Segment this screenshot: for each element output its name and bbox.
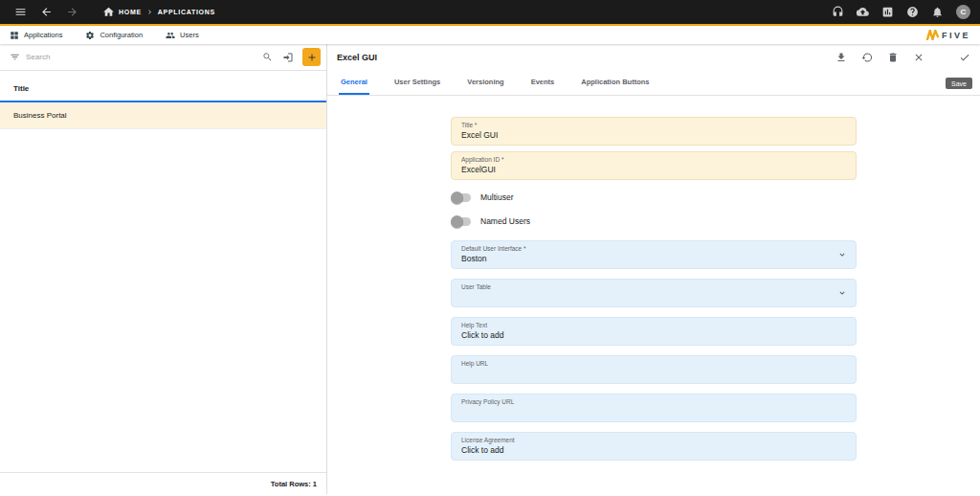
forward-arrow-icon — [66, 6, 78, 18]
multiuser-toggle[interactable] — [452, 193, 471, 202]
breadcrumb-home[interactable]: HOME — [119, 9, 142, 15]
field-value — [461, 368, 846, 379]
back-button[interactable] — [33, 0, 59, 24]
field-label: Help Text — [461, 321, 846, 329]
applications-list-panel: Title Business Portal Total Rows: 1 — [0, 44, 327, 494]
field-value: Click to add — [461, 329, 846, 341]
menu-item-label: Users — [180, 31, 199, 39]
search-input[interactable] — [26, 53, 256, 61]
cloud-upload-icon[interactable] — [857, 6, 869, 18]
chevron-down-icon — [837, 288, 847, 298]
chevron-down-icon — [837, 250, 847, 259]
five-logo-text: FIVE — [942, 31, 970, 40]
default-user-interface-select[interactable]: Default User Interface * Boston — [451, 240, 857, 269]
close-icon[interactable] — [913, 52, 924, 63]
five-logo: FIVE — [926, 30, 970, 40]
record-actions — [835, 52, 970, 63]
toggle-label: Named Users — [480, 216, 530, 226]
support-headset-icon[interactable] — [832, 6, 844, 18]
help-url-field[interactable]: Help URL — [451, 355, 857, 384]
field-value: Excel GUI — [461, 129, 846, 141]
usage-chart-icon[interactable] — [881, 6, 894, 18]
field-label: Privacy Policy URL — [461, 397, 846, 406]
field-value — [461, 406, 846, 417]
multiuser-toggle-row: Multiuser — [451, 192, 857, 202]
field-label: User Table — [461, 282, 846, 291]
breadcrumb: HOME APPLICATIONS — [102, 6, 215, 18]
help-icon[interactable] — [906, 6, 919, 18]
tab-events[interactable]: Events — [529, 71, 557, 95]
users-people-icon — [166, 31, 175, 40]
record-header: Excel GUI — [327, 44, 980, 71]
search-icon[interactable] — [262, 52, 273, 62]
list-empty-area — [0, 129, 326, 472]
back-arrow-icon — [40, 6, 53, 18]
save-check-icon[interactable] — [959, 52, 970, 63]
download-icon[interactable] — [835, 52, 847, 63]
field-value: Boston — [461, 253, 846, 264]
user-table-select[interactable]: User Table — [451, 279, 857, 307]
add-plus-icon — [306, 52, 318, 63]
field-label: Help URL — [461, 359, 846, 368]
delete-icon[interactable] — [887, 52, 899, 63]
license-agreement-field[interactable]: License Agreement Click to add — [451, 432, 857, 461]
history-icon[interactable] — [861, 52, 873, 63]
breadcrumb-section: APPLICATIONS — [158, 9, 215, 15]
field-label: Default User Interface * — [461, 244, 846, 253]
home-icon[interactable] — [102, 6, 115, 18]
notifications-bell-icon[interactable] — [931, 6, 944, 18]
privacy-policy-url-field[interactable]: Privacy Policy URL — [451, 394, 857, 422]
search-bar — [0, 44, 326, 71]
field-value — [461, 291, 846, 303]
workspace: Title Business Portal Total Rows: 1 Exce… — [0, 44, 980, 494]
menu-item-label: Applications — [24, 31, 62, 39]
chevron-right-icon — [145, 8, 154, 16]
tab-versioning[interactable]: Versioning — [465, 71, 505, 95]
named-users-toggle-row: Named Users — [451, 216, 857, 226]
list-footer: Total Rows: 1 — [0, 472, 326, 494]
import-icon — [282, 52, 294, 63]
configuration-gear-icon — [85, 31, 95, 40]
field-value: ExcelGUI — [461, 164, 846, 175]
toggle-knob — [451, 215, 463, 228]
avatar[interactable]: C — [956, 5, 970, 19]
add-application-button[interactable] — [302, 48, 321, 66]
menu-item-configuration[interactable]: Configuration — [85, 31, 143, 40]
filter-icon[interactable] — [10, 52, 20, 62]
record-title: Excel GUI — [337, 53, 377, 62]
tab-application-buttons[interactable]: Application Buttons — [579, 71, 651, 95]
menu-item-label: Configuration — [100, 31, 143, 39]
menu-item-applications[interactable]: Applications — [10, 31, 62, 40]
applications-grid-icon — [10, 31, 19, 40]
topbar: HOME APPLICATIONS C — [0, 0, 980, 26]
list-header[interactable]: Title — [0, 77, 326, 102]
five-logo-icon — [926, 30, 939, 40]
save-tooltip: Save — [946, 78, 972, 89]
menu-button[interactable] — [8, 0, 33, 24]
record-tabs: General User Settings Versioning Events … — [327, 71, 980, 96]
record-detail-panel: Excel GUI Save General User Settings Ver… — [327, 44, 980, 494]
toggle-knob — [451, 192, 463, 204]
toggle-label: Multiuser — [480, 192, 513, 202]
menu-item-users[interactable]: Users — [166, 31, 199, 40]
named-users-toggle[interactable] — [452, 217, 471, 226]
field-label: Application ID * — [461, 155, 846, 164]
title-field[interactable]: Title * Excel GUI — [451, 117, 857, 146]
field-label: Title * — [461, 121, 846, 129]
tab-general[interactable]: General — [339, 71, 369, 95]
tab-user-settings[interactable]: User Settings — [392, 71, 442, 95]
list-item-business-portal[interactable]: Business Portal — [0, 102, 326, 129]
field-label: License Agreement — [461, 436, 846, 444]
menu-icon — [14, 6, 27, 18]
menubar: Applications Configuration Users FIVE — [0, 26, 980, 44]
form-area: Title * Excel GUI Application ID * Excel… — [327, 96, 980, 494]
help-text-field[interactable]: Help Text Click to add — [451, 317, 857, 346]
forward-button[interactable] — [59, 0, 85, 24]
import-button[interactable] — [278, 48, 297, 66]
list-item-title: Business Portal — [13, 111, 67, 120]
total-rows-label: Total Rows: 1 — [271, 480, 317, 488]
list-header-title: Title — [13, 84, 29, 93]
field-value: Click to add — [461, 444, 846, 456]
application-id-field[interactable]: Application ID * ExcelGUI — [451, 151, 857, 180]
